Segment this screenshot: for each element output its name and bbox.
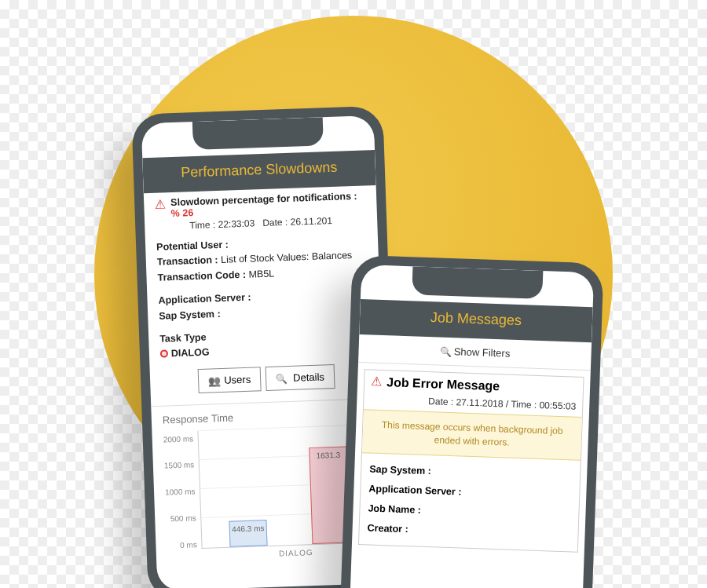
warning-icon: ⚠ xyxy=(371,375,383,388)
chart-bar-1: 446.3 ms xyxy=(229,520,267,546)
job-details: Sap System : Application Server : Job Na… xyxy=(359,453,581,552)
warning-icon: ⚠ xyxy=(155,198,167,210)
notch xyxy=(192,117,324,150)
error-title: Job Error Message xyxy=(386,375,577,396)
search-icon xyxy=(440,345,455,358)
notch xyxy=(412,266,543,299)
server-block: Application Server : Sap System : xyxy=(158,286,369,323)
transaction-block: Potential User : Transaction : List of S… xyxy=(156,232,368,285)
search-icon xyxy=(276,372,291,385)
task-dot-icon xyxy=(160,350,168,358)
error-message-banner: This message occurs when background job … xyxy=(362,409,582,460)
users-button[interactable]: Users xyxy=(198,367,262,393)
task-type-block: Task Type DIALOG xyxy=(159,324,371,362)
users-icon xyxy=(208,374,222,387)
phone-job-messages: Job Messages Show Filters ⚠ Job Error Me… xyxy=(339,255,603,588)
details-button[interactable]: Details xyxy=(266,364,335,391)
chart-title: Response Time xyxy=(163,407,373,425)
job-error-card: ⚠ Job Error Message Date : 27.11.2018 / … xyxy=(358,369,584,552)
